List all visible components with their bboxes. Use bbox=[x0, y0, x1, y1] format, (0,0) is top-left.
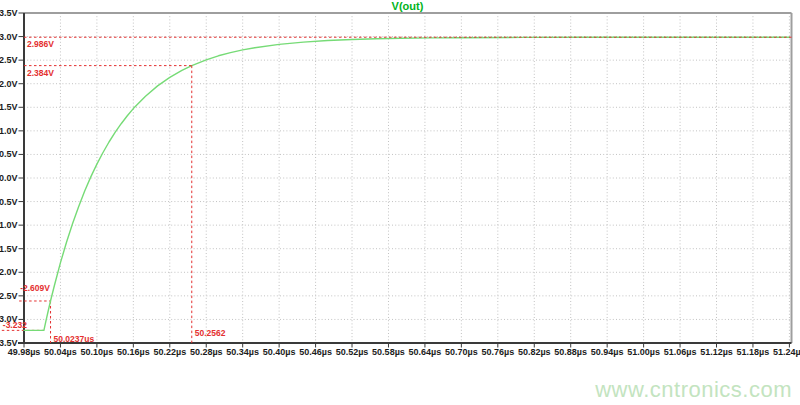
x-tick-label: 51.00µs bbox=[627, 347, 660, 357]
x-tick-label: 50.28µs bbox=[190, 347, 223, 357]
measurement-label: 2.384V bbox=[27, 68, 54, 78]
x-tick-label: 50.52µs bbox=[336, 347, 369, 357]
x-tick-label: 50.82µs bbox=[518, 347, 551, 357]
x-tick-label: 50.76µs bbox=[481, 347, 514, 357]
measurement-label: -3.232 bbox=[3, 320, 27, 330]
y-tick-label: 2.0V bbox=[0, 79, 18, 89]
x-tick-label: 51.18µs bbox=[737, 347, 770, 357]
x-tick-label: 49.98µs bbox=[8, 347, 41, 357]
x-tick-label: 50.70µs bbox=[445, 347, 478, 357]
y-tick-label: -1.0V bbox=[0, 220, 18, 230]
y-tick-label: 2.5V bbox=[0, 55, 18, 65]
y-tick-label: -2.5V bbox=[0, 291, 18, 301]
x-tick-label: 50.88µs bbox=[554, 347, 587, 357]
x-tick-label: 50.16µs bbox=[117, 347, 150, 357]
y-tick-label: 0.0V bbox=[0, 173, 18, 183]
x-tick-label: 50.94µs bbox=[591, 347, 624, 357]
waveform-plot-canvas[interactable]: 3.5V3.0V2.5V2.0V1.5V1.0V0.5V0.0V-0.5V-1.… bbox=[0, 0, 800, 405]
x-tick-label: 50.34µs bbox=[226, 347, 259, 357]
measurement-label: 50.0237us bbox=[54, 334, 95, 344]
measurement-label: 2.986V bbox=[27, 39, 54, 49]
x-tick-label: 50.04µs bbox=[44, 347, 77, 357]
measurement-label: -2.609V bbox=[20, 283, 50, 293]
waveform-viewer: V(out) 3.5V3.0V2.5V2.0V1.5V1.0V0.5V0.0V-… bbox=[0, 0, 800, 405]
x-tick-label: 51.12µs bbox=[700, 347, 733, 357]
x-tick-label: 50.46µs bbox=[299, 347, 332, 357]
x-tick-label: 50.64µs bbox=[409, 347, 442, 357]
x-tick-label: 50.10µs bbox=[81, 347, 114, 357]
trace-vout[interactable] bbox=[24, 37, 789, 330]
measurement-label: 50.2562 bbox=[195, 328, 226, 338]
x-tick-label: 51.24µs bbox=[773, 347, 800, 357]
y-tick-label: 3.0V bbox=[0, 32, 18, 42]
x-tick-label: 51.06µs bbox=[664, 347, 697, 357]
y-tick-label: -0.5V bbox=[0, 197, 18, 207]
watermark: www.cntronics.com bbox=[595, 377, 792, 403]
y-tick-label: 1.0V bbox=[0, 126, 18, 136]
y-tick-label: -2.0V bbox=[0, 267, 18, 277]
y-tick-label: -1.5V bbox=[0, 244, 18, 254]
y-tick-label: 1.5V bbox=[0, 102, 18, 112]
y-tick-label: 3.5V bbox=[0, 8, 18, 18]
x-tick-label: 50.40µs bbox=[263, 347, 296, 357]
x-tick-label: 50.58µs bbox=[372, 347, 405, 357]
x-tick-label: 50.22µs bbox=[153, 347, 186, 357]
y-tick-label: 0.5V bbox=[0, 149, 18, 159]
